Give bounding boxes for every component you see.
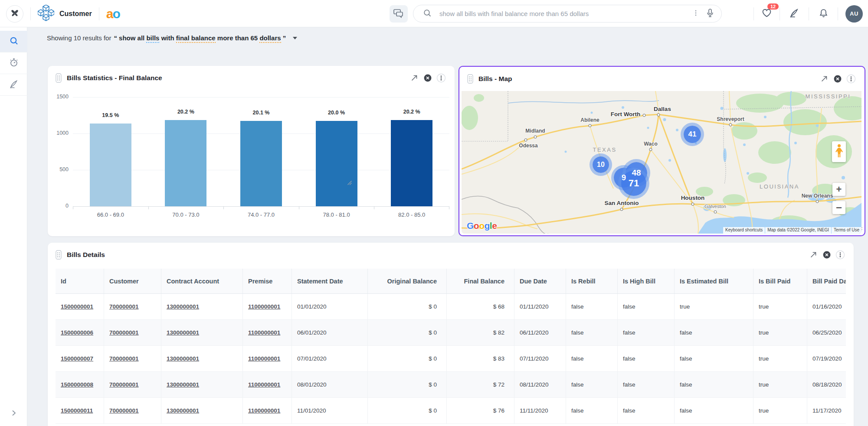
favorites-button[interactable]: 12 xyxy=(761,7,772,20)
drag-handle-icon[interactable] xyxy=(56,250,62,260)
column-header[interactable]: Contract Account xyxy=(161,269,243,293)
record-link[interactable]: 1300000001 xyxy=(167,381,199,388)
table-cell[interactable]: 1100000001 xyxy=(243,320,292,345)
close-widget-button[interactable] xyxy=(422,72,433,84)
app-launcher-button[interactable] xyxy=(6,5,23,23)
chart-bar[interactable] xyxy=(240,121,282,206)
terms-of-use-link[interactable]: Terms of Use xyxy=(832,227,861,234)
table-cell[interactable]: 1100000001 xyxy=(243,294,292,319)
user-avatar[interactable]: AU xyxy=(845,5,863,23)
sidebar-item-history[interactable] xyxy=(0,52,27,74)
record-link[interactable]: 1500000001 xyxy=(61,303,93,310)
column-header[interactable]: Customer xyxy=(104,269,161,293)
table-row[interactable]: 1500000001700000001130000000111000000010… xyxy=(56,294,846,320)
sidebar-expand-button[interactable] xyxy=(0,410,27,418)
column-header[interactable]: Bill Paid Date xyxy=(807,269,846,293)
widget-menu-button[interactable] xyxy=(845,73,857,85)
annotate-button[interactable] xyxy=(787,7,801,21)
record-link[interactable]: 700000001 xyxy=(109,303,139,310)
column-header[interactable]: Statement Date xyxy=(292,269,368,293)
record-link[interactable]: 1500000006 xyxy=(61,329,93,336)
drag-handle-icon[interactable] xyxy=(467,74,473,84)
sidebar-item-search[interactable] xyxy=(0,31,27,52)
table-cell[interactable]: 700000001 xyxy=(104,294,161,319)
chart-bar[interactable] xyxy=(165,120,206,206)
google-logo[interactable]: Google xyxy=(467,221,497,231)
table-cell[interactable]: 1500000006 xyxy=(56,320,104,345)
table-cell[interactable]: 1300000001 xyxy=(161,294,243,319)
table-cell[interactable]: 700000001 xyxy=(104,320,161,345)
sidebar-item-annotations[interactable] xyxy=(0,74,27,96)
chart-bar[interactable] xyxy=(90,124,131,206)
map-zoom-in-button[interactable]: + xyxy=(832,183,845,196)
table-cell[interactable]: 1300000001 xyxy=(161,346,243,371)
table-cell[interactable]: 1500000011 xyxy=(56,398,104,423)
column-header[interactable]: Is Estimated Bill xyxy=(675,269,753,293)
record-link[interactable]: 1500000011 xyxy=(61,407,93,414)
expand-widget-button[interactable] xyxy=(819,73,830,85)
record-link[interactable]: 1300000001 xyxy=(167,355,199,362)
search-options-kebab-icon[interactable] xyxy=(692,8,700,20)
table-cell[interactable]: 700000001 xyxy=(104,346,161,371)
table-cell[interactable]: 700000001 xyxy=(104,398,161,423)
close-widget-button[interactable] xyxy=(821,249,832,260)
column-header[interactable]: Original Balance xyxy=(368,269,447,293)
table-row[interactable]: 1500000006700000001130000000111000000010… xyxy=(56,320,846,346)
column-header[interactable]: Final Balance xyxy=(447,269,514,293)
widget-menu-button[interactable] xyxy=(436,72,447,84)
record-link[interactable]: 1300000001 xyxy=(167,407,199,414)
table-cell[interactable]: 1500000008 xyxy=(56,372,104,397)
microphone-icon[interactable] xyxy=(705,8,715,20)
results-dropdown-caret[interactable] xyxy=(293,37,297,39)
record-link[interactable]: 1100000001 xyxy=(248,355,280,362)
record-link[interactable]: 1100000001 xyxy=(248,381,280,388)
record-link[interactable]: 700000001 xyxy=(109,329,139,336)
brand[interactable]: Customer xyxy=(38,5,92,23)
record-link[interactable]: 700000001 xyxy=(109,355,139,362)
table-row[interactable]: 1500000008700000001130000000111000000010… xyxy=(56,372,846,398)
record-link[interactable]: 700000001 xyxy=(109,407,139,414)
record-link[interactable]: 1500000007 xyxy=(61,355,93,362)
close-widget-button[interactable] xyxy=(832,73,843,85)
table-cell[interactable]: 1500000001 xyxy=(56,294,104,319)
map-canvas[interactable]: MISSISSIPPITEXASLOUISIANADallasFort Wort… xyxy=(462,91,861,234)
table-row[interactable]: 1500000007700000001130000000111000000010… xyxy=(56,346,846,372)
table-cell[interactable]: 1300000001 xyxy=(161,398,243,423)
record-link[interactable]: 1100000001 xyxy=(248,303,280,310)
column-header[interactable]: Is Bill Paid xyxy=(753,269,807,293)
keyboard-shortcuts-link[interactable]: Keyboard shortcuts xyxy=(723,227,765,234)
table-scroll-area[interactable]: IdCustomerContract AccountPremiseStateme… xyxy=(56,269,846,426)
column-header[interactable]: Is Rebill xyxy=(566,269,618,293)
table-cell[interactable]: 1300000001 xyxy=(161,372,243,397)
table-row[interactable]: 1500000011700000001130000000111000000011… xyxy=(56,398,846,424)
expand-widget-button[interactable] xyxy=(409,72,420,84)
pegman-control[interactable] xyxy=(832,141,846,162)
record-link[interactable]: 1500000008 xyxy=(61,381,93,388)
search-bar[interactable]: show all bills with final balance more t… xyxy=(413,5,722,23)
column-header[interactable]: Is High Bill xyxy=(618,269,675,293)
record-link[interactable]: 1100000001 xyxy=(248,407,280,414)
drag-handle-icon[interactable] xyxy=(56,73,62,83)
table-cell[interactable]: 1500000007 xyxy=(56,346,104,371)
column-header[interactable]: Due Date xyxy=(514,269,566,293)
table-cell[interactable]: 1100000001 xyxy=(243,398,292,423)
table-cell[interactable]: 1100000001 xyxy=(243,346,292,371)
map-zoom-out-button[interactable]: − xyxy=(832,201,845,214)
record-link[interactable]: 1300000001 xyxy=(167,329,199,336)
table-cell[interactable]: 1300000001 xyxy=(161,320,243,345)
search-input[interactable]: show all bills with final balance more t… xyxy=(439,10,692,17)
conversation-button[interactable] xyxy=(390,5,408,23)
record-link[interactable]: 1100000001 xyxy=(248,329,280,336)
column-header[interactable]: Id xyxy=(56,269,104,293)
table-cell[interactable]: 700000001 xyxy=(104,372,161,397)
record-link[interactable]: 700000001 xyxy=(109,381,139,388)
chart-bar[interactable] xyxy=(391,120,432,206)
resize-handle[interactable] xyxy=(347,179,352,187)
column-header[interactable]: Premise xyxy=(243,269,292,293)
record-link[interactable]: 1300000001 xyxy=(167,303,199,310)
expand-widget-button[interactable] xyxy=(808,249,819,260)
table-cell[interactable]: 1100000001 xyxy=(243,372,292,397)
notifications-button[interactable] xyxy=(816,7,830,21)
chart-bar[interactable] xyxy=(316,121,357,206)
widget-menu-button[interactable] xyxy=(835,249,846,260)
